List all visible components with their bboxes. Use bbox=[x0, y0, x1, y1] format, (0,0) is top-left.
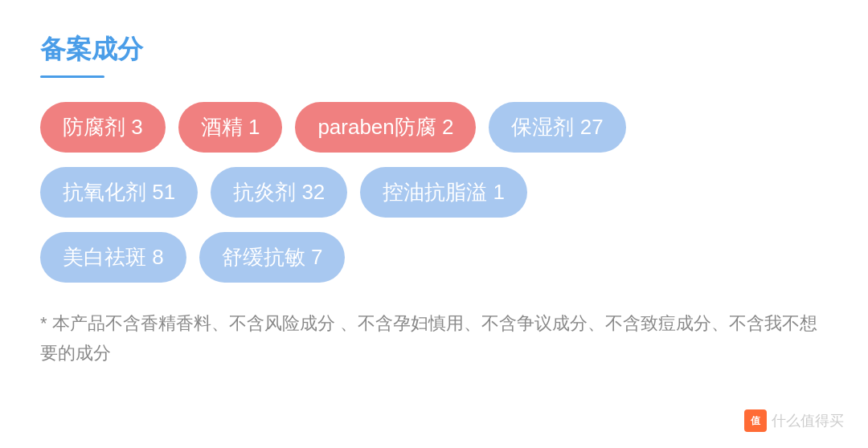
tags-container: 防腐剂 3酒精 1paraben防腐 2保湿剂 27抗氧化剂 51抗炎剂 32控… bbox=[40, 102, 828, 283]
section-title: 备案成分 bbox=[40, 32, 828, 67]
tag-2-0[interactable]: 美白祛斑 8 bbox=[40, 232, 186, 283]
tags-row-2: 美白祛斑 8舒缓抗敏 7 bbox=[40, 232, 828, 283]
tag-0-3[interactable]: 保湿剂 27 bbox=[489, 102, 625, 153]
title-underline bbox=[40, 75, 104, 78]
tag-0-2[interactable]: paraben防腐 2 bbox=[295, 102, 476, 153]
tags-row-1: 抗氧化剂 51抗炎剂 32控油抗脂溢 1 bbox=[40, 167, 828, 218]
section-title-wrapper: 备案成分 bbox=[40, 32, 828, 78]
tag-1-0[interactable]: 抗氧化剂 51 bbox=[40, 167, 198, 218]
tag-1-1[interactable]: 抗炎剂 32 bbox=[211, 167, 347, 218]
tag-1-2[interactable]: 控油抗脂溢 1 bbox=[360, 167, 527, 218]
tags-row-0: 防腐剂 3酒精 1paraben防腐 2保湿剂 27 bbox=[40, 102, 828, 153]
tag-0-1[interactable]: 酒精 1 bbox=[178, 102, 283, 153]
tag-0-0[interactable]: 防腐剂 3 bbox=[40, 102, 166, 153]
tag-2-1[interactable]: 舒缓抗敏 7 bbox=[199, 232, 346, 283]
note-text: * 本产品不含香精香料、不含风险成分 、不含孕妇慎用、不含争议成分、不含致痘成分… bbox=[40, 308, 828, 369]
watermark-icon: 值 bbox=[744, 409, 767, 432]
watermark: 值 什么值得买 bbox=[744, 409, 844, 432]
watermark-label: 什么值得买 bbox=[772, 411, 844, 430]
